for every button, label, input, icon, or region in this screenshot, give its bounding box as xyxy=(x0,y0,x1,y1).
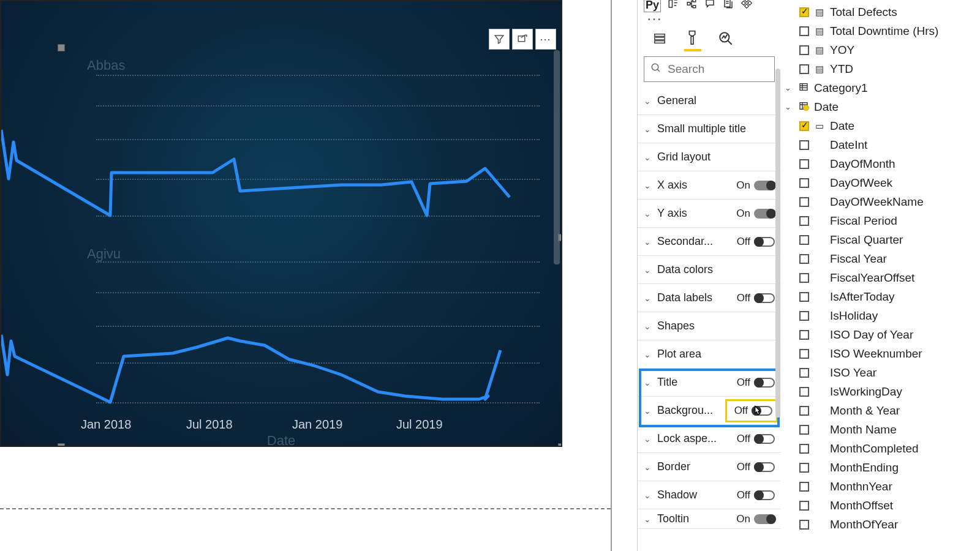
line-chart-visual[interactable]: ⋯ Abbas Agivu Jan 2018 xyxy=(0,0,562,447)
format-card-general[interactable]: ⌄ General xyxy=(638,87,781,115)
field-monthending[interactable]: MonthEnding xyxy=(783,458,976,477)
fields-tab[interactable] xyxy=(651,29,668,51)
field-dateint[interactable]: DateInt xyxy=(783,135,976,154)
field-iso-weeknumber[interactable]: ISO Weeknumber xyxy=(783,344,976,363)
chevron-down-icon: ⌄ xyxy=(643,209,652,219)
checkbox[interactable] xyxy=(799,7,809,17)
field-monthcompleted[interactable]: MonthCompleted xyxy=(783,439,976,458)
key-influencers-icon[interactable] xyxy=(667,0,679,12)
field-monthnyear[interactable]: MonthnYear xyxy=(783,477,976,496)
custom-visual-icon[interactable] xyxy=(741,0,753,12)
field-isworkingday[interactable]: IsWorkingDay xyxy=(783,382,976,401)
paginated-report-icon[interactable] xyxy=(722,0,734,12)
toggle[interactable]: Off xyxy=(733,236,775,248)
field-monthoffset[interactable]: MonthOffset xyxy=(783,496,976,515)
table-date[interactable]: ⌄Date xyxy=(783,97,976,116)
checkbox[interactable] xyxy=(799,121,809,131)
analytics-tab[interactable] xyxy=(717,29,734,51)
field-dayofweekname[interactable]: DayOfWeekName xyxy=(783,192,976,211)
toggle[interactable]: On xyxy=(733,513,775,525)
field-isaftertoday[interactable]: IsAfterToday xyxy=(783,287,976,306)
checkbox[interactable] xyxy=(799,387,809,397)
toggle[interactable]: On xyxy=(733,179,775,192)
checkbox[interactable] xyxy=(799,64,809,74)
checkbox[interactable] xyxy=(799,197,809,207)
checkbox[interactable] xyxy=(799,45,809,55)
decomposition-tree-icon[interactable] xyxy=(685,0,698,12)
format-card-secondar-[interactable]: ⌄ Secondar... Off xyxy=(638,228,781,256)
toggle[interactable]: Off xyxy=(733,489,775,501)
field-dayofmonth[interactable]: DayOfMonth xyxy=(783,154,976,173)
format-card-tooltin[interactable]: ⌄ Tooltin On xyxy=(638,509,781,529)
toggle[interactable]: Off xyxy=(733,461,775,473)
field-total-downtime-hrs-[interactable]: ▤Total Downtime (Hrs) xyxy=(783,21,976,40)
checkbox[interactable] xyxy=(799,482,809,492)
field-dayofweek[interactable]: DayOfWeek xyxy=(783,173,976,192)
field-iso-year[interactable]: ISO Year xyxy=(783,363,976,382)
format-tab[interactable] xyxy=(684,29,701,51)
format-scrollbar[interactable] xyxy=(775,69,780,418)
chevron-down-icon: ⌄ xyxy=(643,321,652,331)
field-fiscal-quarter[interactable]: Fiscal Quarter xyxy=(783,230,976,249)
checkbox[interactable] xyxy=(799,349,809,359)
checkbox[interactable] xyxy=(799,178,809,188)
format-card-shapes[interactable]: ⌄ Shapes xyxy=(638,312,781,340)
format-card-plot-area[interactable]: ⌄ Plot area xyxy=(638,340,781,369)
checkbox[interactable] xyxy=(799,425,809,435)
format-card-y-axis[interactable]: ⌄ Y axis On xyxy=(638,200,781,228)
table-category1[interactable]: ⌄Category1 xyxy=(783,78,976,97)
field-ytd[interactable]: ▤YTD xyxy=(783,59,976,78)
toggle[interactable]: Off xyxy=(733,377,775,389)
checkbox[interactable] xyxy=(799,273,809,283)
format-search[interactable] xyxy=(644,56,775,82)
report-canvas[interactable]: ⋯ Abbas Agivu Jan 2018 xyxy=(0,0,637,551)
more-visuals-icon[interactable]: … xyxy=(638,12,781,23)
field-fiscal-year[interactable]: Fiscal Year xyxy=(783,249,976,268)
format-card-title[interactable]: ⌄ Title Off xyxy=(638,369,781,397)
checkbox[interactable] xyxy=(799,26,809,36)
toggle[interactable]: On xyxy=(733,208,775,220)
checkbox[interactable] xyxy=(799,159,809,169)
format-card-data-colors[interactable]: ⌄ Data colors xyxy=(638,256,781,284)
checkbox[interactable] xyxy=(799,406,809,416)
field-total-defects[interactable]: ▤Total Defects xyxy=(783,2,976,21)
toggle[interactable]: Off xyxy=(733,292,775,304)
field-month-year[interactable]: Month & Year xyxy=(783,401,976,420)
field-isholiday[interactable]: IsHoliday xyxy=(783,306,976,325)
format-card-shadow[interactable]: ⌄ Shadow Off xyxy=(638,481,781,509)
field-fiscal-period[interactable]: Fiscal Period xyxy=(783,211,976,230)
chevron-icon[interactable]: ⌄ xyxy=(785,83,793,92)
checkbox[interactable] xyxy=(799,501,809,511)
checkbox[interactable] xyxy=(799,140,809,150)
format-card-data-labels[interactable]: ⌄ Data labels Off xyxy=(638,284,781,312)
format-card-backgrou-[interactable]: ⌄ Backgrou... Off xyxy=(638,397,781,425)
format-card-small-multiple-title[interactable]: ⌄ Small multiple title xyxy=(638,115,781,143)
checkbox[interactable] xyxy=(799,254,809,264)
field-iso-day-of-year[interactable]: ISO Day of Year xyxy=(783,325,976,344)
field-date[interactable]: ▭Date xyxy=(783,116,976,135)
checkbox[interactable] xyxy=(799,463,809,473)
field-yoy[interactable]: ▤YOY xyxy=(783,40,976,59)
x-axis-tick: Jan 2018 xyxy=(81,418,131,432)
checkbox[interactable] xyxy=(799,444,809,454)
checkbox[interactable] xyxy=(799,368,809,378)
svg-rect-3 xyxy=(693,0,696,2)
field-fiscalyearoffset[interactable]: FiscalYearOffset xyxy=(783,268,976,287)
checkbox[interactable] xyxy=(799,235,809,245)
search-input[interactable] xyxy=(668,62,768,76)
checkbox[interactable] xyxy=(799,311,809,321)
checkbox[interactable] xyxy=(799,216,809,226)
chevron-icon[interactable]: ⌄ xyxy=(785,102,793,111)
format-card-x-axis[interactable]: ⌄ X axis On xyxy=(638,171,781,200)
field-monthofyear[interactable]: MonthOfYear xyxy=(783,515,976,534)
format-card-grid-layout[interactable]: ⌄ Grid layout xyxy=(638,143,781,171)
checkbox[interactable] xyxy=(799,292,809,302)
toggle[interactable]: Off xyxy=(733,433,775,445)
format-card-lock-aspe-[interactable]: ⌄ Lock aspe... Off xyxy=(638,425,781,453)
chevron-down-icon: ⌄ xyxy=(643,514,652,524)
field-month-name[interactable]: Month Name xyxy=(783,420,976,439)
checkbox[interactable] xyxy=(799,330,809,340)
checkbox[interactable] xyxy=(799,520,809,530)
format-card-border[interactable]: ⌄ Border Off xyxy=(638,453,781,481)
qa-visual-icon[interactable] xyxy=(704,0,716,12)
